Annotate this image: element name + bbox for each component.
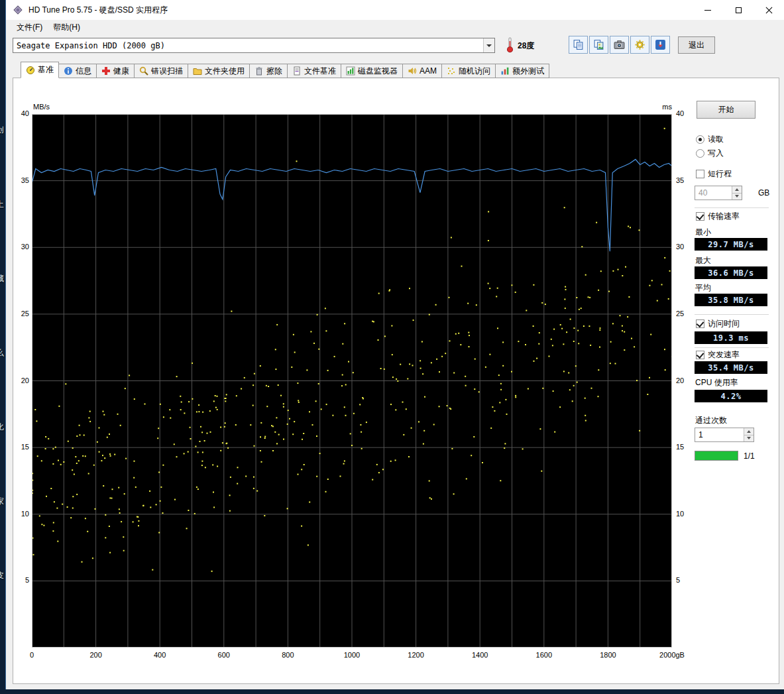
combobox-arrow[interactable] bbox=[483, 38, 494, 52]
tab-benchmark[interactable]: 基准 bbox=[21, 62, 59, 78]
extra-tests-icon bbox=[500, 66, 510, 76]
checkbox-checked-icon bbox=[696, 319, 704, 328]
cpu-usage-label: CPU 使用率 bbox=[695, 377, 738, 388]
benchmark-icon bbox=[26, 66, 35, 75]
tab-random-access[interactable]: 随机访问 bbox=[441, 64, 496, 78]
checkbox-checked-icon bbox=[696, 212, 704, 221]
progress-fill bbox=[695, 451, 738, 460]
burst-rate-label: 突发速率 bbox=[708, 349, 740, 361]
divider bbox=[695, 207, 769, 208]
min-speed-value: 29.7 MB/s bbox=[695, 238, 767, 251]
checkbox-icon bbox=[696, 170, 704, 178]
max-speed-value: 36.6 MB/s bbox=[695, 266, 767, 279]
tab-aam[interactable]: AAM bbox=[402, 64, 442, 78]
update-button[interactable] bbox=[651, 36, 670, 54]
tab-file-benchmark[interactable]: 文件基准 bbox=[287, 64, 341, 78]
tab-extra-tests[interactable]: 额外测试 bbox=[495, 64, 549, 78]
tab-label: 擦除 bbox=[266, 66, 282, 77]
hd-tune-window: HD Tune Pro 5.75 - 硬盘/SSD 实用程序 文件(F)帮助(H… bbox=[5, 0, 784, 689]
tab-folder-usage[interactable]: 文件夹使用 bbox=[188, 64, 250, 78]
drive-select-combobox[interactable]: Seagate Expansion HDD (2000 gB) bbox=[13, 38, 495, 53]
erase-icon bbox=[254, 66, 264, 76]
tab-health[interactable]: 健康 bbox=[96, 64, 135, 78]
desktop-icon-label-fragment: 化 bbox=[0, 422, 4, 433]
tab-label: 随机访问 bbox=[459, 66, 490, 77]
tab-label: 磁盘监视器 bbox=[358, 66, 398, 77]
copy-image-button[interactable] bbox=[589, 36, 608, 54]
folder-icon bbox=[193, 66, 202, 76]
tab-label: AAM bbox=[420, 66, 437, 76]
copy-text-icon bbox=[573, 39, 584, 50]
read-radio[interactable]: 读取 bbox=[696, 135, 724, 144]
access-time-label: 访问时间 bbox=[708, 318, 740, 329]
title-bar: HD Tune Pro 5.75 - 硬盘/SSD 实用程序 bbox=[6, 0, 784, 20]
benchmark-chart bbox=[32, 114, 672, 648]
pass-count-value: 1 bbox=[695, 428, 744, 441]
tab-erase[interactable]: 擦除 bbox=[249, 64, 288, 78]
write-radio-label: 写入 bbox=[708, 148, 724, 159]
spin-down-icon[interactable] bbox=[732, 194, 742, 200]
access-time-value: 19.3 ms bbox=[695, 331, 767, 344]
settings-button[interactable] bbox=[630, 36, 649, 54]
spinner-buttons bbox=[732, 186, 742, 200]
spinner-buttons bbox=[744, 428, 754, 441]
scan-icon bbox=[139, 66, 148, 76]
burst-rate-checkbox[interactable]: 突发速率 bbox=[696, 350, 740, 359]
benchmark-control-panel: 开始 读取 写入 短行程 40 GB 传输速率 最小 29.7 MB/s bbox=[695, 0, 784, 689]
desktop-icon-label-fragment: 么 bbox=[0, 347, 4, 359]
desktop-edge: 创土藏么化家皮 bbox=[0, 0, 5, 694]
pass-count-spinner[interactable]: 1 bbox=[695, 428, 754, 442]
menu-item-help[interactable]: 帮助(H) bbox=[48, 21, 85, 34]
menu-bar: 文件(F)帮助(H) bbox=[6, 20, 784, 34]
copy-text-button[interactable] bbox=[569, 36, 588, 54]
aam-icon bbox=[408, 66, 417, 76]
write-radio[interactable]: 写入 bbox=[696, 148, 724, 158]
spin-up-icon[interactable] bbox=[732, 186, 742, 194]
min-label: 最小 bbox=[695, 227, 711, 238]
burst-rate-value: 35.4 MB/s bbox=[695, 361, 767, 374]
read-radio-label: 读取 bbox=[708, 134, 724, 145]
tab-error-scan[interactable]: 错误扫描 bbox=[134, 64, 188, 78]
short-stroke-size-spinner[interactable]: 40 bbox=[695, 186, 742, 200]
desktop-icon-label-fragment: 藏 bbox=[0, 273, 4, 284]
desktop-icon-label-fragment: 土 bbox=[0, 199, 4, 210]
progress-bar bbox=[695, 451, 738, 461]
transfer-rate-label: 传输速率 bbox=[708, 211, 740, 222]
desktop-icon-label-fragment: 创 bbox=[0, 125, 4, 136]
tab-label: 信息 bbox=[76, 66, 91, 77]
transfer-rate-checkbox[interactable]: 传输速率 bbox=[696, 211, 740, 221]
temperature-value: 28度 bbox=[518, 40, 534, 52]
gb-unit-label: GB bbox=[758, 188, 769, 198]
tab-label: 健康 bbox=[113, 66, 129, 77]
tab-label: 额外测试 bbox=[512, 66, 544, 77]
radio-icon bbox=[696, 149, 704, 158]
gear-icon bbox=[634, 39, 645, 50]
tab-disk-monitor[interactable]: 磁盘监视器 bbox=[341, 64, 403, 78]
spin-down-icon[interactable] bbox=[744, 435, 754, 442]
file-benchmark-icon bbox=[292, 66, 302, 76]
start-button[interactable]: 开始 bbox=[697, 101, 756, 119]
random-access-icon bbox=[447, 66, 456, 76]
y-right-unit-label: ms bbox=[645, 103, 672, 111]
avg-label: 平均 bbox=[695, 282, 711, 294]
progress-label: 1/1 bbox=[744, 451, 755, 461]
menu-item-file[interactable]: 文件(F) bbox=[11, 21, 48, 34]
tab-label: 基准 bbox=[38, 64, 54, 76]
chevron-down-icon bbox=[486, 44, 492, 47]
spin-up-icon[interactable] bbox=[744, 428, 754, 435]
camera-icon bbox=[614, 39, 625, 50]
tab-bar: 基准信息健康错误扫描文件夹使用擦除文件基准磁盘监视器AAM随机访问额外测试 bbox=[21, 62, 549, 78]
radio-selected-icon bbox=[696, 135, 704, 144]
checkbox-checked-icon bbox=[696, 351, 704, 359]
short-stroke-size-value: 40 bbox=[695, 186, 732, 200]
health-icon bbox=[101, 66, 111, 76]
y-left-unit-label: MB/s bbox=[33, 103, 50, 111]
tab-label: 文件基准 bbox=[304, 66, 336, 77]
disk-monitor-icon bbox=[346, 66, 355, 76]
tab-info[interactable]: 信息 bbox=[58, 64, 97, 78]
screenshot-button[interactable] bbox=[610, 36, 629, 54]
access-time-checkbox[interactable]: 访问时间 bbox=[696, 319, 740, 328]
tab-label: 文件夹使用 bbox=[205, 66, 245, 77]
cpu-usage-value: 4.2% bbox=[695, 390, 767, 402]
short-stroke-checkbox[interactable]: 短行程 bbox=[696, 169, 732, 178]
